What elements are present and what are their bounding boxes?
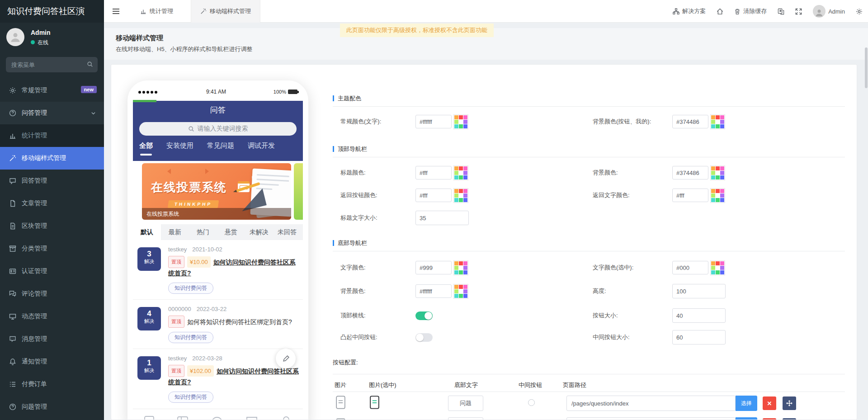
title-font-size-input[interactable] [415, 211, 469, 225]
carousel-prev-icon [167, 169, 171, 174]
sidebar-item-articles[interactable]: 文章管理 [0, 192, 104, 215]
question-item: 3解决 testkey2021-10-02 置顶¥10.00如何访问知识付费问答… [133, 240, 303, 300]
phone-tab-debug: 调试开发 [248, 142, 275, 156]
page-title: 移动端样式管理 [116, 34, 163, 42]
topnav-bg-color-input[interactable] [672, 166, 708, 179]
list-tab-newest: 最新 [161, 224, 189, 240]
pinned-badge: 置顶 [168, 365, 184, 377]
color-picker[interactable] [453, 260, 468, 275]
color-picker[interactable] [453, 284, 468, 299]
phone-bottom-nav [133, 415, 303, 420]
bottom-bg-color-input[interactable] [415, 284, 452, 298]
sidebar-item-general[interactable]: 常规管理 new [0, 79, 104, 102]
solution-button[interactable]: 解决方案 [673, 7, 706, 15]
color-picker[interactable] [453, 165, 468, 180]
page-path-input[interactable] [566, 396, 736, 411]
field-label: 返回按钮颜色: [340, 189, 377, 202]
raised-center-button-toggle[interactable] [415, 333, 433, 342]
sidebar-item-dynamics[interactable]: 动态管理 [0, 305, 104, 328]
text-color-input[interactable] [415, 115, 452, 128]
nav-button-image-selected-icon[interactable] [369, 396, 380, 409]
select-button[interactable]: 选择 [736, 396, 757, 411]
color-picker[interactable] [710, 188, 725, 203]
avatar [813, 5, 826, 18]
date: 2021-10-02 [192, 246, 222, 253]
question-item: 4解决 00000002022-03-22 置顶如何将知识付费问答社区绑定到首页… [133, 300, 303, 349]
sidebar-item-messages[interactable]: 消息管理 [0, 328, 104, 350]
bottomnav-publish-icon [211, 415, 223, 420]
phone-nav-title: 问答 [133, 105, 303, 115]
solved-label: 解决 [137, 367, 161, 374]
tab-statistics[interactable]: 统计管理 [131, 0, 182, 23]
color-picker[interactable] [453, 114, 468, 129]
button-size-input[interactable] [672, 308, 726, 323]
sidebar-item-questions[interactable]: 问题管理 [0, 396, 104, 418]
signal-dots-icon [138, 89, 159, 95]
back-text-color-input[interactable] [672, 189, 708, 202]
sidebar-item-comments[interactable]: 评论管理 [0, 283, 104, 305]
nav-button-image-icon[interactable] [335, 396, 346, 409]
sidebar-item-blocks[interactable]: 区块管理 [0, 215, 104, 237]
bottom-text-input[interactable] [448, 417, 483, 420]
section-theme-colors: 主题配色 [333, 94, 361, 103]
sidebar-item-mobile-style[interactable]: 移动端样式管理 [0, 147, 104, 170]
top-line-toggle[interactable] [415, 311, 433, 320]
bar-chart-icon [9, 132, 17, 139]
fullscreen-button[interactable] [795, 8, 802, 15]
move-row-button[interactable] [783, 396, 796, 410]
move-row-button[interactable] [783, 418, 796, 420]
sidebar-item-paid-orders[interactable]: 付费订单 [0, 373, 104, 396]
color-picker[interactable] [710, 260, 725, 275]
center-button-radio[interactable] [528, 399, 535, 406]
archive-icon [9, 245, 17, 252]
user-menu[interactable]: Admin [813, 5, 845, 18]
tab-mobile-style[interactable]: 移动端样式管理 [191, 0, 260, 23]
fullscreen-icon [795, 8, 802, 15]
select-button[interactable]: 选择 [736, 417, 757, 420]
edit-style-button[interactable] [276, 349, 296, 368]
divider [333, 374, 845, 374]
sidebar-item-categories[interactable]: 分类管理 [0, 237, 104, 260]
delete-row-button[interactable]: ✕ [763, 418, 776, 420]
bar-chart-icon [140, 8, 146, 14]
sidebar-item-statistics[interactable]: 统计管理 [0, 124, 104, 147]
home-icon [717, 8, 723, 15]
scrollbar[interactable] [865, 47, 868, 88]
color-picker[interactable] [453, 188, 468, 203]
bottom-text-color-selected-input[interactable] [672, 261, 708, 274]
sidebar-item-qa-group[interactable]: 问答管理 [0, 102, 104, 124]
divider [333, 392, 845, 392]
settings-button[interactable] [856, 8, 863, 15]
phone-tab-faq: 常见问题 [207, 142, 234, 156]
divider [133, 409, 303, 409]
nav-button-image-icon[interactable] [335, 418, 346, 420]
sidebar-item-answers[interactable]: 回答管理 [0, 170, 104, 192]
status-time: 9:41 AM [206, 89, 226, 95]
section-bottom-nav: 底部导航栏 [333, 239, 367, 247]
hamburger-menu-button[interactable] [104, 0, 127, 23]
bottom-text-input[interactable] [448, 396, 483, 411]
color-picker[interactable] [710, 114, 725, 129]
bottom-text-color-input[interactable] [415, 261, 452, 274]
sidebar-item-notifications[interactable]: 通知管理 [0, 350, 104, 373]
comment-icon [9, 177, 17, 184]
page-path-input[interactable] [566, 417, 736, 420]
sidebar-item-certification[interactable]: 认证管理 [0, 260, 104, 283]
back-button-color-input[interactable] [415, 189, 452, 202]
home-button[interactable] [717, 8, 723, 15]
delete-row-button[interactable]: ✕ [763, 396, 776, 410]
language-icon [778, 8, 784, 15]
topbar-actions: 解决方案 清除缓存 Admin [673, 0, 863, 23]
language-button[interactable] [778, 8, 784, 15]
color-picker[interactable] [710, 165, 725, 180]
bg-color-input[interactable] [672, 115, 708, 128]
answer-count: 3 [137, 250, 161, 258]
center-button-size-input[interactable] [672, 330, 726, 344]
answer-count: 1 [137, 359, 161, 367]
monitor-icon [9, 313, 17, 320]
bar-height-input[interactable] [672, 284, 726, 298]
loading-progress-bar [133, 100, 156, 102]
clear-cache-button[interactable]: 清除缓存 [734, 7, 767, 15]
title-color-input[interactable] [415, 166, 452, 179]
field-label: 顶部横线: [340, 309, 366, 322]
